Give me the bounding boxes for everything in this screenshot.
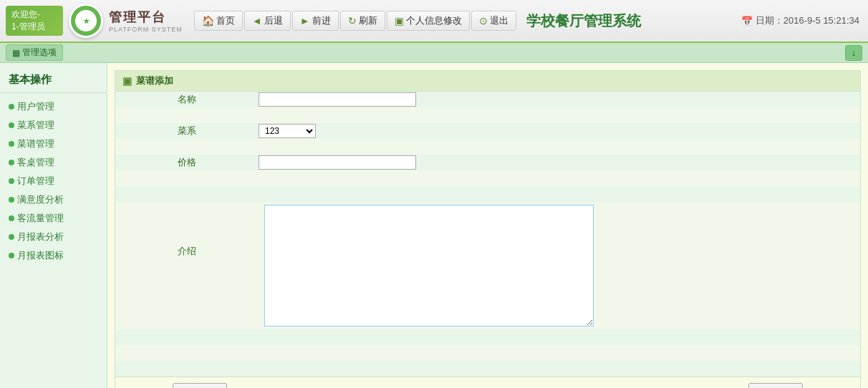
nav-back[interactable]: ◄后退 <box>244 11 291 31</box>
logout-icon: ⊙ <box>479 15 488 26</box>
cuisine-row: 菜系 123 <box>115 123 860 139</box>
datetime-text: 日期：2016-9-5 15:21:34 <box>756 14 859 27</box>
platform-title-main: 管理平台 <box>109 9 183 26</box>
sidebar-label-recipe: 菜谱管理 <box>17 137 54 150</box>
button-row: 确定 重置 <box>115 377 860 388</box>
bullet-icon <box>9 234 14 240</box>
main-layout: 基本操作 用户管理 菜系管理 菜谱管理 客桌管理 订单管理 满意度分析 客流量管… <box>0 63 868 388</box>
sidebar-label-satisfaction: 满意度分析 <box>17 193 64 206</box>
welcome-box: 欢迎您- 1-管理员 <box>6 6 63 36</box>
form-panel: ▣ 菜谱添加 名称 菜系 123 <box>115 70 861 388</box>
name-label: 名称 <box>115 92 259 107</box>
sidebar-label-table: 客桌管理 <box>17 156 54 169</box>
sidebar-item-table[interactable]: 客桌管理 <box>0 153 107 172</box>
back-icon: ◄ <box>252 15 262 26</box>
sidebar-label-user: 用户管理 <box>17 100 54 113</box>
form-panel-title: 菜谱添加 <box>136 74 173 87</box>
nav-refresh[interactable]: ↻刷新 <box>340 11 385 31</box>
name-value-cell <box>259 92 860 107</box>
datetime-icon: 📅 <box>741 16 753 26</box>
cuisine-select[interactable]: 123 <box>259 124 316 138</box>
sidebar-item-cuisine[interactable]: 菜系管理 <box>0 116 107 135</box>
welcome-line2: 1-管理员 <box>11 21 57 33</box>
sidebar-item-monthly-report[interactable]: 月报表分析 <box>0 228 107 246</box>
form-panel-header: ▣ 菜谱添加 <box>115 71 860 92</box>
grid-icon: ▦ <box>12 48 20 58</box>
price-label: 价格 <box>115 155 259 170</box>
confirm-button[interactable]: 确定 <box>173 383 227 388</box>
spacer-row-1 <box>115 107 860 123</box>
form-panel-icon: ▣ <box>122 75 132 87</box>
sidebar-section-title: 基本操作 <box>0 69 107 93</box>
sidebar-item-traffic[interactable]: 客流量管理 <box>0 209 107 228</box>
manage-options-btn[interactable]: ▦ 管理选项 <box>6 44 63 61</box>
cuisine-value-cell: 123 <box>259 123 860 139</box>
sidebar-label-cuisine: 菜系管理 <box>17 119 54 132</box>
price-input[interactable] <box>259 155 416 170</box>
spacer-row-3 <box>115 170 860 186</box>
nav-home[interactable]: 🏠首页 <box>194 11 243 31</box>
sidebar-label-monthly-report: 月报表分析 <box>17 231 64 243</box>
spacer-row-6 <box>115 345 860 361</box>
bullet-icon <box>9 122 14 128</box>
bullet-icon <box>9 104 14 110</box>
form-table: 名称 菜系 123 价 <box>115 92 860 388</box>
refresh-icon: ↻ <box>348 15 357 26</box>
profile-icon: ▣ <box>395 15 404 26</box>
download-btn[interactable]: ↓ <box>845 45 862 61</box>
sidebar-item-monthly-chart[interactable]: 月报表图标 <box>0 246 107 265</box>
button-cell: 确定 重置 <box>115 377 860 388</box>
content-area: ▣ 菜谱添加 名称 菜系 123 <box>107 63 868 388</box>
bullet-icon <box>9 253 14 258</box>
name-input[interactable] <box>259 92 416 107</box>
spacer-row-7 <box>115 361 860 377</box>
name-row: 名称 <box>115 92 860 107</box>
bullet-icon <box>9 141 14 147</box>
platform-title: 管理平台 PLATFORM SYSTEM <box>109 9 183 33</box>
cuisine-label: 菜系 <box>115 123 259 139</box>
bullet-icon <box>9 215 14 221</box>
sidebar-label-monthly-chart: 月报表图标 <box>17 249 64 262</box>
bullet-icon <box>9 160 14 165</box>
spacer-row-5 <box>115 329 860 345</box>
sidebar: 基本操作 用户管理 菜系管理 菜谱管理 客桌管理 订单管理 满意度分析 客流量管… <box>0 63 107 388</box>
nav-profile[interactable]: ▣个人信息修改 <box>387 11 470 31</box>
spacer-row-2 <box>115 139 860 155</box>
nav-forward[interactable]: ►前进 <box>292 11 339 31</box>
home-icon: 🏠 <box>202 15 214 26</box>
download-icon: ↓ <box>852 47 857 58</box>
nav-logout[interactable]: ⊙退出 <box>471 11 516 31</box>
spacer-row-4 <box>115 186 860 202</box>
sidebar-label-traffic: 客流量管理 <box>17 212 64 225</box>
bullet-icon <box>9 197 14 203</box>
price-value-cell <box>259 155 860 170</box>
forward-icon: ► <box>300 15 310 26</box>
datetime: 📅 日期：2016-9-5 15:21:34 <box>741 14 859 27</box>
intro-value-cell <box>259 202 860 329</box>
intro-textarea[interactable] <box>264 205 594 326</box>
sidebar-item-satisfaction[interactable]: 满意度分析 <box>0 190 107 209</box>
logo-inner: ★ <box>75 10 97 31</box>
sidebar-item-order[interactable]: 订单管理 <box>0 172 107 190</box>
intro-label: 介绍 <box>115 202 259 329</box>
btn-row: 确定 重置 <box>115 377 860 388</box>
price-row: 价格 <box>115 155 860 170</box>
intro-row: 介绍 <box>115 202 860 329</box>
top-header: 欢迎您- 1-管理员 ★ 管理平台 PLATFORM SYSTEM 🏠首页 ◄后… <box>0 0 868 43</box>
second-bar: ▦ 管理选项 ↓ <box>0 43 868 63</box>
platform-title-sub: PLATFORM SYSTEM <box>109 26 183 33</box>
bullet-icon <box>9 178 14 184</box>
reset-button[interactable]: 重置 <box>748 383 803 388</box>
sidebar-item-recipe[interactable]: 菜谱管理 <box>0 135 107 153</box>
sidebar-label-order: 订单管理 <box>17 175 54 188</box>
sidebar-item-user[interactable]: 用户管理 <box>0 97 107 116</box>
system-title: 学校餐厅管理系统 <box>526 11 641 31</box>
welcome-line1: 欢迎您- <box>11 9 57 21</box>
logo-circle: ★ <box>69 4 103 38</box>
